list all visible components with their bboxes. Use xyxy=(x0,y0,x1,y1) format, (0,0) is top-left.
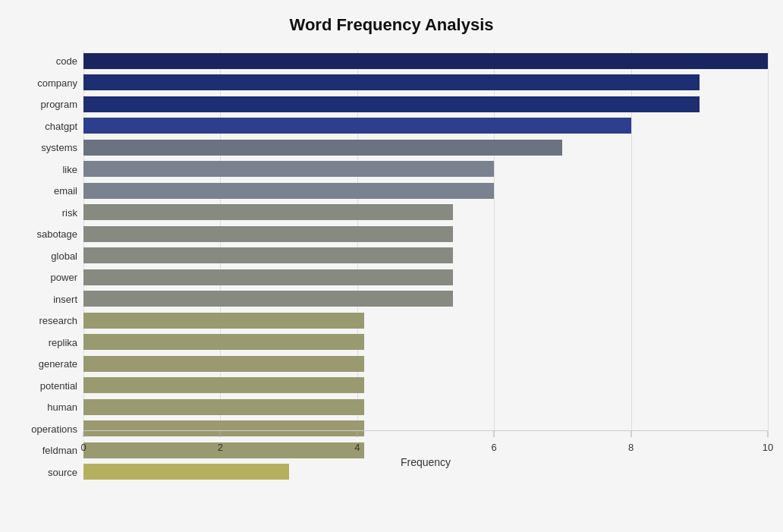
y-label-code: code xyxy=(56,56,77,66)
bar-global xyxy=(83,247,453,263)
x-tick-label: 0 xyxy=(80,442,86,453)
x-axis-label: Frequency xyxy=(83,456,768,468)
y-label-company: company xyxy=(37,77,77,87)
bar-row xyxy=(83,161,768,177)
y-label-insert: insert xyxy=(53,294,77,304)
bar-sabotage xyxy=(83,226,453,242)
bar-row xyxy=(83,356,768,372)
bar-row xyxy=(83,399,768,415)
y-label-generate: generate xyxy=(39,359,77,369)
x-tick-line xyxy=(357,431,357,437)
y-label-sabotage: sabotage xyxy=(37,229,78,239)
y-label-program: program xyxy=(41,99,77,109)
bar-systems xyxy=(83,140,562,156)
x-tick-line xyxy=(494,431,495,437)
bar-insert xyxy=(83,291,453,307)
bar-row xyxy=(83,313,768,329)
bar-row xyxy=(83,74,768,90)
bar-email xyxy=(83,183,494,199)
x-tick-label: 8 xyxy=(628,442,634,453)
bar-row xyxy=(83,204,768,220)
x-tick-line xyxy=(220,431,221,437)
y-label-chatgpt: chatgpt xyxy=(45,121,77,131)
bar-replika xyxy=(83,334,364,350)
chart-area: codecompanyprogramchatgptsystemslikeemai… xyxy=(15,50,768,468)
bar-row xyxy=(83,96,768,112)
bar-like xyxy=(83,161,494,177)
bar-research xyxy=(83,313,364,329)
bar-row xyxy=(83,140,768,156)
bar-program xyxy=(83,96,700,112)
chart-container: Word Frequency Analysis codecompanyprogr… xyxy=(0,0,783,532)
bar-potential xyxy=(83,377,364,393)
y-label-systems: systems xyxy=(41,143,77,153)
x-tick-label: 10 xyxy=(763,442,773,453)
bar-row xyxy=(83,183,768,199)
bar-row xyxy=(83,118,768,134)
y-label-feldman: feldman xyxy=(42,445,77,455)
y-label-replika: replika xyxy=(49,337,77,347)
y-label-like: like xyxy=(62,164,77,174)
bar-chatgpt xyxy=(83,118,631,134)
bar-code xyxy=(83,53,768,69)
x-axis-area: Frequency 0246810 xyxy=(83,430,768,468)
y-labels: codecompanyprogramchatgptsystemslikeemai… xyxy=(15,50,83,483)
bar-risk xyxy=(83,204,453,220)
y-label-potential: potential xyxy=(40,380,77,390)
bar-row xyxy=(83,291,768,307)
bar-company xyxy=(83,74,700,90)
bars-and-xaxis: Frequency 0246810 xyxy=(83,50,768,468)
y-label-human: human xyxy=(47,402,77,412)
x-tick-label: 2 xyxy=(218,442,223,453)
bar-power xyxy=(83,269,453,285)
chart-title: Word Frequency Analysis xyxy=(15,8,768,50)
bar-row xyxy=(83,377,768,393)
y-label-operations: operations xyxy=(31,423,77,433)
y-label-power: power xyxy=(51,272,77,282)
bar-generate xyxy=(83,356,364,372)
x-tick-label: 4 xyxy=(354,442,360,453)
x-tick-label: 6 xyxy=(492,442,497,453)
bar-row xyxy=(83,269,768,285)
x-tick-line xyxy=(630,431,631,437)
bar-row xyxy=(83,247,768,263)
bars-area xyxy=(83,50,768,430)
y-label-risk: risk xyxy=(62,207,77,217)
x-tick-line xyxy=(83,431,84,437)
x-tick-line xyxy=(768,431,769,437)
bar-row xyxy=(83,53,768,69)
y-label-source: source xyxy=(48,467,77,477)
bar-row xyxy=(83,334,768,350)
y-label-global: global xyxy=(51,250,77,260)
bar-human xyxy=(83,399,364,415)
y-label-email: email xyxy=(54,186,77,196)
y-label-research: research xyxy=(39,316,77,326)
grid-line xyxy=(768,50,769,430)
bar-row xyxy=(83,226,768,242)
